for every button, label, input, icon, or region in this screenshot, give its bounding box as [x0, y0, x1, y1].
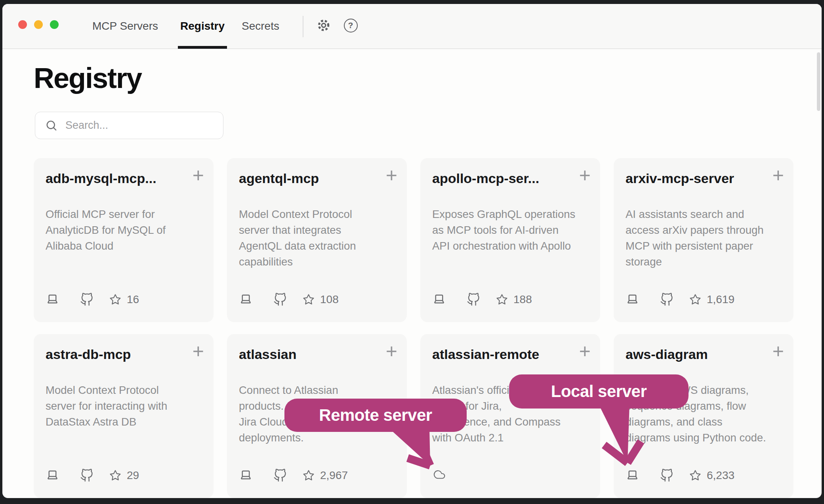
star-icon [303, 470, 315, 481]
server-card-agentql-mcp: agentql-mcp + Model Context Protocol ser… [227, 158, 407, 322]
add-server-button[interactable]: + [193, 341, 204, 361]
star-count: 108 [320, 293, 339, 306]
server-meta: 6,233 [626, 468, 734, 482]
server-card-grid: adb-mysql-mcp... + Official MCP server f… [34, 158, 793, 498]
server-card-apollo-mcp-server: apollo-mcp-ser... + Exposes GraphQL oper… [420, 158, 600, 322]
star-count: 2,967 [320, 469, 348, 482]
star-icon [496, 294, 508, 305]
help-button[interactable]: ? [342, 17, 359, 34]
page-title: Registry [34, 62, 141, 94]
star-count: 188 [513, 293, 532, 306]
server-meta: 16 [46, 292, 139, 306]
minimize-window-button[interactable] [34, 20, 43, 29]
add-server-button[interactable]: + [386, 341, 397, 361]
server-card-adb-mysql-mcp: adb-mysql-mcp... + Official MCP server f… [34, 158, 214, 322]
laptop-icon [432, 292, 446, 306]
star-icon [109, 470, 121, 481]
server-name: adb-mysql-mcp... [46, 171, 178, 186]
titlebar: MCP Servers Registry Secrets ? [2, 4, 822, 49]
tab-mcp-servers[interactable]: MCP Servers [92, 4, 158, 48]
server-name: arxiv-mcp-server [626, 171, 758, 186]
github-icon [467, 293, 480, 306]
server-meta: 2,967 [239, 468, 348, 482]
star-count: 29 [127, 469, 139, 482]
close-window-button[interactable] [18, 20, 27, 29]
github-icon [273, 293, 287, 306]
laptop-icon [46, 468, 59, 482]
add-server-button[interactable]: + [772, 165, 784, 185]
tab-label: MCP Servers [92, 20, 158, 32]
add-server-button[interactable]: + [579, 341, 591, 361]
github-icon [273, 469, 287, 482]
cloud-icon [432, 468, 446, 482]
search-input[interactable] [35, 112, 223, 139]
laptop-icon [239, 292, 253, 306]
github-icon [660, 293, 673, 306]
server-name: atlassian [239, 347, 371, 362]
app-window: MCP Servers Registry Secrets ? Registry [2, 4, 822, 498]
search-box [35, 112, 223, 139]
star-icon [303, 294, 315, 305]
laptop-icon [239, 468, 253, 482]
server-card-aws-diagram: aws-diagram + Generate AWS diagrams, seq… [614, 334, 793, 498]
laptop-icon [626, 468, 639, 482]
star-icon [109, 294, 121, 305]
zoom-window-button[interactable] [50, 20, 59, 29]
server-description: Exposes GraphQL operations as MCP tools … [432, 206, 589, 254]
server-name: aws-diagram [626, 347, 758, 362]
github-icon [660, 469, 673, 482]
star-count: 16 [127, 293, 139, 306]
scrollbar-thumb[interactable] [817, 52, 820, 111]
annotation-local-server-badge: Local server [509, 374, 689, 409]
tab-label: Secrets [242, 20, 279, 32]
server-meta: 188 [432, 292, 532, 306]
star-icon [689, 294, 701, 305]
add-server-button[interactable]: + [193, 165, 204, 185]
server-meta: 1,619 [626, 292, 734, 306]
laptop-icon [46, 292, 59, 306]
star-count: 6,233 [707, 469, 734, 482]
server-name: agentql-mcp [239, 171, 371, 186]
help-glyph: ? [348, 21, 353, 30]
server-name: apollo-mcp-ser... [432, 171, 565, 186]
annotation-remote-server-badge: Remote server [284, 399, 467, 432]
add-server-button[interactable]: + [579, 165, 591, 185]
server-meta [432, 468, 446, 482]
laptop-icon [626, 292, 639, 306]
gear-icon [316, 18, 331, 33]
titlebar-divider [303, 16, 303, 37]
server-name: atlassian-remote [432, 347, 565, 362]
server-meta: 29 [46, 468, 139, 482]
server-name: astra-db-mcp [46, 347, 178, 362]
star-icon [689, 470, 701, 481]
add-server-button[interactable]: + [386, 165, 397, 185]
annotation-label: Remote server [319, 406, 432, 425]
server-card-astra-db-mcp: astra-db-mcp + Model Context Protocol se… [34, 334, 214, 498]
star-count: 1,619 [707, 293, 734, 306]
help-icon: ? [344, 19, 358, 32]
settings-button[interactable] [315, 17, 332, 34]
server-meta: 108 [239, 292, 339, 306]
server-description: AI assistants search and access arXiv pa… [626, 206, 782, 270]
server-description: Official MCP server for AnalyticDB for M… [46, 206, 202, 254]
annotation-label: Local server [551, 382, 647, 401]
server-description: Model Context Protocol server that integ… [239, 206, 396, 270]
server-description: Model Context Protocol server for intera… [46, 382, 202, 430]
tab-secrets[interactable]: Secrets [242, 4, 279, 48]
add-server-button[interactable]: + [772, 341, 784, 361]
github-icon [80, 293, 93, 306]
server-card-arxiv-mcp-server: arxiv-mcp-server + AI assistants search … [614, 158, 793, 322]
tab-registry[interactable]: Registry [180, 4, 225, 48]
tab-label: Registry [180, 20, 225, 32]
github-icon [80, 469, 93, 482]
